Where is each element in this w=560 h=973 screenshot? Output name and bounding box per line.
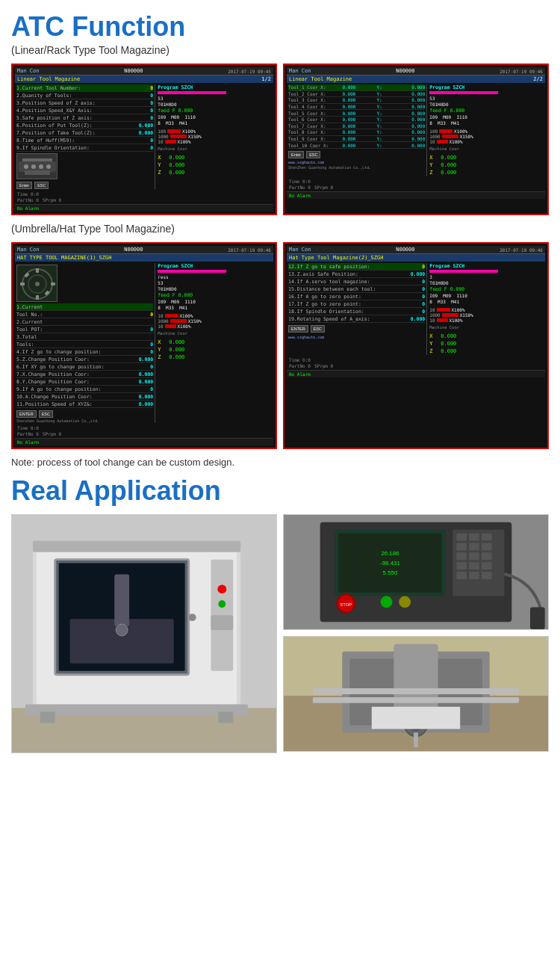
svg-rect-20 [33, 541, 240, 552]
svg-rect-72 [313, 697, 519, 703]
speed-row-1a: 100X100% [158, 129, 272, 134]
screen-right-4: Program SZCH 3 T01H0D0 feed F 0.000 I09 … [426, 263, 544, 355]
screen-right-3: Program SZCH ress 53 T01H0D0 feed F 0.00… [155, 263, 272, 423]
screen-body-1: 1.Current Tool Number: 0 2.Quanity of To… [15, 83, 273, 191]
btn-row-4: ENTER ESC [288, 325, 425, 333]
svg-rect-49 [456, 552, 467, 560]
svg-point-29 [217, 584, 226, 593]
prog-title-3: Program SZCH [158, 263, 272, 269]
hat-row-3-6: 4.If Z go to change position: 0 [16, 348, 153, 356]
svg-rect-48 [482, 543, 492, 551]
svg-rect-73 [372, 707, 460, 729]
esc-btn-3[interactable]: ESC [39, 410, 53, 418]
btn-row-1: Enter ESC [16, 182, 153, 189]
status-bar-3: No Alarm [15, 438, 273, 445]
datetime-2: 2017-07-19 09:46 [500, 69, 543, 74]
btn-row-2: Enter ESC [288, 151, 425, 158]
coor-display-3: X0.000 Y0.000 Z0.000 [158, 339, 272, 361]
status-bar-1: No Alarm [15, 204, 273, 211]
enter-btn-3[interactable]: ENTER [16, 410, 37, 418]
prog-bar-3 [158, 270, 226, 273]
screens-grid-hat: Man Con N00000 2017-07-19 09:46 HAT TYPE… [11, 242, 549, 449]
enter-btn-1[interactable]: Enter [16, 182, 32, 189]
screen-hat-2: Man Con N00000 2017-07-19 09:46 Hat Type… [283, 242, 549, 449]
svg-rect-34 [218, 711, 233, 723]
svg-point-3 [24, 164, 28, 169]
screen-right-1: Program SZCH 53 T01H0D0 feed F 0.000 I09… [155, 84, 272, 189]
svg-rect-56 [469, 572, 479, 579]
company-2: ShenZhen Guanhong Automation Co.,Ltd. [288, 165, 425, 170]
tool-row-2-9: Tool_9 Coor X: 0.000 Y: 0.000 [288, 136, 425, 143]
prog-line-3b: 53 [158, 279, 272, 285]
esc-btn-2[interactable]: ESC [306, 151, 320, 158]
prog-line-1d: 8 M33 M41 [158, 120, 272, 126]
mode-label-1: Man Con [17, 68, 40, 74]
esc-btn-4[interactable]: ESC [311, 325, 325, 333]
screen-header-3: Man Con N00000 2017-07-19 09:46 [15, 246, 273, 254]
svg-rect-62 [530, 607, 545, 629]
tool-table-2: Tool_1 Coor X: 0.000 Y: 0.000 Tool_2 Coo… [288, 84, 425, 149]
tool-row-2-1: Tool_1 Coor X: 0.000 Y: 0.000 [288, 84, 425, 91]
partno-row-4: PartNo 0 SPrpm 0 [287, 363, 545, 368]
enter-btn-4[interactable]: ENTER [288, 325, 308, 333]
prog-line-3e: 8 M33 M41 [158, 304, 272, 310]
prog-bar-1 [158, 91, 226, 94]
svg-text:-98.431: -98.431 [380, 560, 400, 566]
prog-line-2c: I09 M09 I110 [429, 114, 544, 120]
program-num-1: N00000 [124, 68, 143, 74]
speed-row-1c: 10X100% [158, 139, 272, 144]
tab-bar-2: Linear Tool Magazine 2/2 [287, 75, 545, 83]
prog-line-4b: T01H0D0 [429, 279, 544, 285]
prog-title-2: Program SZCH [429, 84, 544, 90]
feed-line-4: feed F 0.000 [429, 285, 544, 292]
hat2-row-5: 17.If Z go to zero point: 0 [288, 300, 425, 308]
screen-linear-1: Man Con N00000 2017-07-19 09:45 Linear T… [11, 64, 277, 215]
partno-row-3: PartNo 0 SPrpm 0 [15, 431, 273, 436]
screens-grid: Man Con N00000 2017-07-19 09:45 Linear T… [11, 64, 549, 215]
speed-row-3b: 1000X150% [158, 318, 272, 324]
mode-label-2: Man Con [289, 68, 311, 74]
svg-rect-71 [313, 688, 519, 694]
data-row-1-1: 2.Quanity of Tools: 0 [16, 92, 153, 99]
time-row-2: Time 0:0 [287, 178, 545, 185]
screen-left-3: 1.Current Tool No.: 0 2.Current Tool POT… [16, 263, 153, 423]
website-2: www.szghauto.com [288, 160, 425, 164]
svg-rect-2 [25, 170, 50, 175]
hat-row-3-13: 11.Position Speed of XYZ&: 0.000 [16, 401, 153, 408]
svg-rect-67 [393, 644, 438, 718]
prog-line-3a: ress [158, 274, 272, 279]
time-row-4: Time 0:0 [287, 356, 545, 363]
tab-bar-3: HAT TYPE TOOL MAGAZINE(1)_SZGH [15, 254, 273, 262]
no-alarm-4: No Alarm [289, 371, 311, 377]
tab-label-3: HAT TYPE TOOL MAGAZINE(1)_SZGH [17, 255, 111, 261]
esc-btn-1[interactable]: ESC [34, 182, 49, 189]
svg-point-30 [218, 600, 225, 608]
svg-point-5 [39, 164, 43, 169]
svg-text:5.550: 5.550 [383, 569, 398, 576]
status-bar-2: No Alarm [287, 191, 545, 199]
data-row-1-5: 6.Position of Put Tool(Z): 0.000 [16, 122, 153, 129]
svg-point-60 [381, 596, 393, 608]
speed-row-4a: 10X100% [429, 307, 544, 312]
screen-body-2: Tool_1 Coor X: 0.000 Y: 0.000 Tool_2 Coo… [287, 83, 545, 178]
prog-line-1b: T01H0D0 [158, 101, 272, 107]
hat2-row-2: 14.If A.servo tool magazine: 0 [288, 278, 425, 285]
screen-left-2: Tool_1 Coor X: 0.000 Y: 0.000 Tool_2 Coo… [288, 84, 425, 176]
tool-row-2-3: Tool_3 Coor X: 0.000 Y: 0.000 [288, 97, 425, 104]
prog-line-1a: 53 [158, 95, 272, 101]
feed-line-2: feed F 0.000 [429, 107, 544, 114]
enter-btn-2[interactable]: Enter [288, 151, 304, 158]
real-application-title: Real Application [11, 475, 549, 507]
screen-body-4: 12.If Z go to safe position: 0 13.Z.axis… [287, 262, 545, 356]
svg-point-61 [399, 596, 411, 608]
svg-rect-13 [51, 282, 55, 285]
prog-line-2b: T01H0D0 [429, 101, 544, 107]
program-num-2: N00000 [396, 68, 414, 74]
svg-rect-44 [469, 534, 479, 541]
svg-rect-57 [482, 572, 492, 579]
page-num-2: 2/2 [533, 76, 543, 82]
hat2-row-4: 16.If A go to zero point: 0 [288, 293, 425, 300]
control-panel-photo: 26.186 -98.431 5.550 [283, 514, 549, 630]
page-title: ATC Function [11, 11, 549, 43]
website-4: www.szghauto.com [288, 335, 425, 339]
